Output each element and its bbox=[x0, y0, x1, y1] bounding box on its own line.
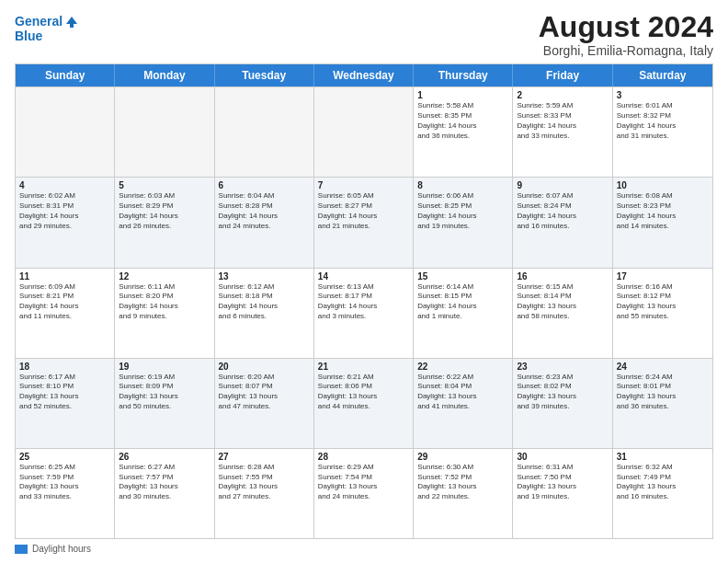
calendar-header: SundayMondayTuesdayWednesdayThursdayFrid… bbox=[16, 64, 712, 86]
main-title: August 2024 bbox=[539, 11, 713, 43]
cal-cell bbox=[215, 87, 314, 177]
cal-cell: 6Sunrise: 6:04 AM Sunset: 8:28 PM Daylig… bbox=[215, 178, 314, 267]
day-number: 16 bbox=[517, 271, 608, 282]
day-number: 30 bbox=[517, 452, 608, 462]
day-number: 9 bbox=[517, 180, 608, 190]
day-number: 26 bbox=[119, 452, 210, 462]
logo-line1: General bbox=[15, 15, 79, 29]
day-number: 12 bbox=[119, 271, 210, 282]
svg-marker-0 bbox=[66, 17, 77, 28]
calendar-body: 1Sunrise: 5:58 AM Sunset: 8:35 PM Daylig… bbox=[16, 86, 712, 538]
header-day-sunday: Sunday bbox=[16, 64, 115, 86]
cell-text: Sunrise: 6:16 AM Sunset: 8:12 PM Dayligh… bbox=[617, 282, 709, 322]
header-day-wednesday: Wednesday bbox=[314, 64, 414, 86]
cell-text: Sunrise: 6:21 AM Sunset: 8:06 PM Dayligh… bbox=[318, 373, 409, 412]
cal-cell: 27Sunrise: 6:28 AM Sunset: 7:55 PM Dayli… bbox=[215, 449, 314, 538]
cal-cell: 2Sunrise: 5:59 AM Sunset: 8:33 PM Daylig… bbox=[513, 87, 612, 177]
day-number: 4 bbox=[19, 180, 110, 190]
cal-cell: 10Sunrise: 6:08 AM Sunset: 8:23 PM Dayli… bbox=[613, 178, 712, 267]
cell-text: Sunrise: 6:05 AM Sunset: 8:27 PM Dayligh… bbox=[318, 191, 409, 231]
cal-cell bbox=[16, 87, 115, 177]
cal-cell bbox=[115, 87, 214, 177]
logo: General Blue bbox=[15, 15, 79, 44]
cal-cell bbox=[314, 87, 414, 177]
cal-week-2: 11Sunrise: 6:09 AM Sunset: 8:21 PM Dayli… bbox=[16, 268, 712, 358]
day-number: 24 bbox=[617, 362, 709, 372]
cell-text: Sunrise: 6:13 AM Sunset: 8:17 PM Dayligh… bbox=[318, 282, 409, 322]
footer: Daylight hours bbox=[15, 544, 713, 554]
cal-cell: 16Sunrise: 6:15 AM Sunset: 8:14 PM Dayli… bbox=[513, 269, 612, 358]
cell-text: Sunrise: 6:22 AM Sunset: 8:04 PM Dayligh… bbox=[417, 373, 508, 412]
cal-cell: 21Sunrise: 6:21 AM Sunset: 8:06 PM Dayli… bbox=[314, 359, 414, 448]
header-day-saturday: Saturday bbox=[613, 64, 712, 86]
cell-text: Sunrise: 6:06 AM Sunset: 8:25 PM Dayligh… bbox=[417, 191, 508, 231]
cal-cell: 7Sunrise: 6:05 AM Sunset: 8:27 PM Daylig… bbox=[314, 178, 414, 267]
cell-text: Sunrise: 6:01 AM Sunset: 8:32 PM Dayligh… bbox=[617, 101, 709, 141]
cal-cell: 23Sunrise: 6:23 AM Sunset: 8:02 PM Dayli… bbox=[513, 359, 612, 448]
day-number: 3 bbox=[617, 90, 709, 100]
day-number: 28 bbox=[318, 452, 409, 462]
day-number: 22 bbox=[417, 362, 508, 372]
day-number: 20 bbox=[219, 362, 310, 372]
day-number: 29 bbox=[417, 452, 508, 462]
day-number: 31 bbox=[617, 452, 709, 462]
day-number: 19 bbox=[119, 362, 210, 372]
cell-text: Sunrise: 5:59 AM Sunset: 8:33 PM Dayligh… bbox=[517, 101, 608, 141]
cal-cell: 29Sunrise: 6:30 AM Sunset: 7:52 PM Dayli… bbox=[414, 449, 513, 538]
header-day-tuesday: Tuesday bbox=[215, 64, 314, 86]
cal-week-1: 4Sunrise: 6:02 AM Sunset: 8:31 PM Daylig… bbox=[16, 177, 712, 267]
cal-cell: 31Sunrise: 6:32 AM Sunset: 7:49 PM Dayli… bbox=[613, 449, 712, 538]
cell-text: Sunrise: 6:32 AM Sunset: 7:49 PM Dayligh… bbox=[617, 463, 709, 502]
daylight-swatch bbox=[15, 545, 28, 554]
cell-text: Sunrise: 6:08 AM Sunset: 8:23 PM Dayligh… bbox=[617, 191, 709, 231]
header-day-thursday: Thursday bbox=[414, 64, 513, 86]
day-number: 13 bbox=[219, 271, 310, 282]
cell-text: Sunrise: 6:29 AM Sunset: 7:54 PM Dayligh… bbox=[318, 463, 409, 502]
cell-text: Sunrise: 6:24 AM Sunset: 8:01 PM Dayligh… bbox=[617, 373, 709, 412]
header-day-monday: Monday bbox=[115, 64, 214, 86]
cell-text: Sunrise: 6:30 AM Sunset: 7:52 PM Dayligh… bbox=[417, 463, 508, 502]
cal-cell: 15Sunrise: 6:14 AM Sunset: 8:15 PM Dayli… bbox=[414, 269, 513, 358]
cal-cell: 30Sunrise: 6:31 AM Sunset: 7:50 PM Dayli… bbox=[513, 449, 612, 538]
cal-cell: 25Sunrise: 6:25 AM Sunset: 7:59 PM Dayli… bbox=[16, 449, 115, 538]
cal-cell: 24Sunrise: 6:24 AM Sunset: 8:01 PM Dayli… bbox=[613, 359, 712, 448]
cell-text: Sunrise: 6:23 AM Sunset: 8:02 PM Dayligh… bbox=[517, 373, 608, 412]
cal-cell: 26Sunrise: 6:27 AM Sunset: 7:57 PM Dayli… bbox=[115, 449, 214, 538]
cal-cell: 18Sunrise: 6:17 AM Sunset: 8:10 PM Dayli… bbox=[16, 359, 115, 448]
logo-line2: Blue bbox=[15, 29, 79, 43]
day-number: 7 bbox=[318, 180, 409, 190]
day-number: 21 bbox=[318, 362, 409, 372]
day-number: 5 bbox=[119, 180, 210, 190]
cell-text: Sunrise: 6:04 AM Sunset: 8:28 PM Dayligh… bbox=[219, 191, 310, 231]
cell-text: Sunrise: 6:19 AM Sunset: 8:09 PM Dayligh… bbox=[119, 373, 210, 412]
cal-cell: 1Sunrise: 5:58 AM Sunset: 8:35 PM Daylig… bbox=[414, 87, 513, 177]
cal-week-4: 25Sunrise: 6:25 AM Sunset: 7:59 PM Dayli… bbox=[16, 448, 712, 538]
cal-cell: 5Sunrise: 6:03 AM Sunset: 8:29 PM Daylig… bbox=[115, 178, 214, 267]
cal-cell: 13Sunrise: 6:12 AM Sunset: 8:18 PM Dayli… bbox=[215, 269, 314, 358]
cal-cell: 3Sunrise: 6:01 AM Sunset: 8:32 PM Daylig… bbox=[613, 87, 712, 177]
cell-text: Sunrise: 6:25 AM Sunset: 7:59 PM Dayligh… bbox=[19, 463, 110, 502]
cal-cell: 4Sunrise: 6:02 AM Sunset: 8:31 PM Daylig… bbox=[16, 178, 115, 267]
cell-text: Sunrise: 6:14 AM Sunset: 8:15 PM Dayligh… bbox=[417, 282, 508, 322]
cal-week-3: 18Sunrise: 6:17 AM Sunset: 8:10 PM Dayli… bbox=[16, 358, 712, 448]
cell-text: Sunrise: 6:12 AM Sunset: 8:18 PM Dayligh… bbox=[219, 282, 310, 322]
cell-text: Sunrise: 6:02 AM Sunset: 8:31 PM Dayligh… bbox=[19, 191, 110, 231]
day-number: 18 bbox=[19, 362, 110, 372]
cell-text: Sunrise: 6:11 AM Sunset: 8:20 PM Dayligh… bbox=[119, 282, 210, 322]
day-number: 27 bbox=[219, 452, 310, 462]
cell-text: Sunrise: 6:03 AM Sunset: 8:29 PM Dayligh… bbox=[119, 191, 210, 231]
day-number: 10 bbox=[617, 180, 709, 190]
cal-week-0: 1Sunrise: 5:58 AM Sunset: 8:35 PM Daylig… bbox=[16, 86, 712, 177]
cal-cell: 28Sunrise: 6:29 AM Sunset: 7:54 PM Dayli… bbox=[314, 449, 414, 538]
header: General Blue August 2024 Borghi, Emilia-… bbox=[15, 11, 713, 58]
cell-text: Sunrise: 6:28 AM Sunset: 7:55 PM Dayligh… bbox=[219, 463, 310, 502]
day-number: 15 bbox=[417, 271, 508, 282]
calendar: SundayMondayTuesdayWednesdayThursdayFrid… bbox=[15, 63, 713, 539]
footer-label: Daylight hours bbox=[32, 544, 91, 554]
day-number: 6 bbox=[219, 180, 310, 190]
cell-text: Sunrise: 6:09 AM Sunset: 8:21 PM Dayligh… bbox=[19, 282, 110, 322]
day-number: 1 bbox=[417, 90, 508, 100]
cal-cell: 11Sunrise: 6:09 AM Sunset: 8:21 PM Dayli… bbox=[16, 269, 115, 358]
cell-text: Sunrise: 6:15 AM Sunset: 8:14 PM Dayligh… bbox=[517, 282, 608, 322]
day-number: 14 bbox=[318, 271, 409, 282]
